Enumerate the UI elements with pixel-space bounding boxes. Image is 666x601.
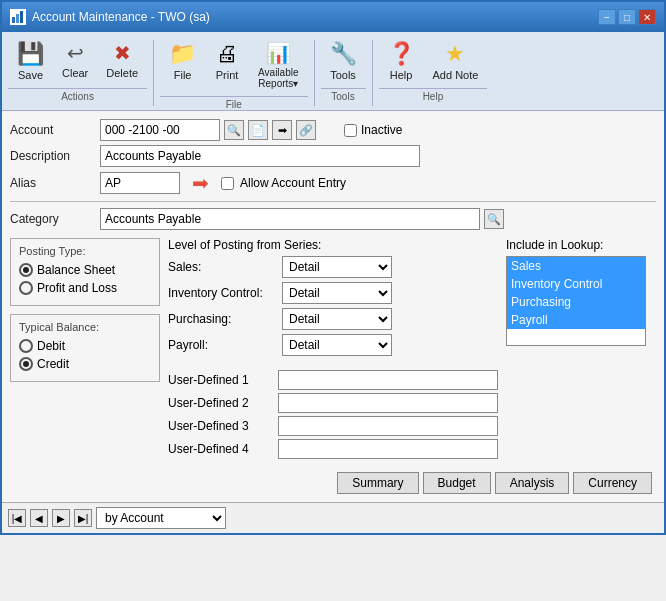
ud2-input[interactable] [278,393,498,413]
ud1-label: User-Defined 1 [168,373,278,387]
purchasing-posting-label: Purchasing: [168,312,278,326]
balance-sheet-radio[interactable] [19,263,33,277]
ud-row-4: User-Defined 4 [168,439,498,459]
lookup-list[interactable]: Sales Inventory Control Purchasing Payro… [506,256,646,346]
first-button[interactable]: |◀ [8,509,26,527]
credit-radio[interactable] [19,357,33,371]
credit-option[interactable]: Credit [19,357,151,371]
description-label: Description [10,149,100,163]
description-input[interactable] [100,145,420,167]
alias-row: Alias ➡ Allow Account Entry [10,171,656,195]
add-note-button[interactable]: ★ Add Note [424,36,488,86]
posting-type-group: Posting Type: Balance Sheet Profit and L… [10,238,160,306]
forward-button[interactable]: ➡ [272,120,292,140]
profit-loss-option[interactable]: Profit and Loss [19,281,151,295]
credit-label: Credit [37,357,69,371]
profit-loss-label: Profit and Loss [37,281,117,295]
clear-label: Clear [62,67,88,79]
note-label: Add Note [433,69,479,81]
inactive-checkbox[interactable] [344,124,357,137]
include-in-lookup-section: Include in Lookup: Sales Inventory Contr… [506,238,656,462]
lookup-item-payroll[interactable]: Payroll [507,311,645,329]
category-input[interactable] [100,208,480,230]
reports-label: AvailableReports▾ [258,67,298,89]
save-label: Save [18,69,43,81]
last-button[interactable]: ▶| [74,509,92,527]
svg-rect-1 [16,14,19,23]
tools-section: 🔧 Tools Tools [321,36,366,102]
account-row: Account 🔍 📄 ➡ 🔗 Inactive [10,119,656,141]
lookup-item-purchasing[interactable]: Purchasing [507,293,645,311]
category-search-button[interactable]: 🔍 [484,209,504,229]
debit-option[interactable]: Debit [19,339,151,353]
help-button[interactable]: ❓ Help [379,36,424,86]
minimize-button[interactable]: − [598,9,616,25]
profit-loss-radio[interactable] [19,281,33,295]
purchasing-posting-select[interactable]: DetailSummaryNone [282,308,392,330]
print-icon: 🖨 [216,41,238,67]
save-button[interactable]: 💾 Save [8,36,53,86]
print-label: Print [216,69,239,81]
level-of-posting-label: Level of Posting from Series: [168,238,498,252]
clear-icon: ↩ [67,41,84,65]
help-label: Help [390,69,413,81]
account-label: Account [10,123,100,137]
category-row: Category 🔍 [10,208,656,230]
restore-button[interactable]: □ [618,9,636,25]
search-button[interactable]: 🔍 [224,120,244,140]
ud2-label: User-Defined 2 [168,396,278,410]
inventory-posting-label: Inventory Control: [168,286,278,300]
next-button[interactable]: ▶ [52,509,70,527]
help-icon: ❓ [388,41,415,67]
sort-select[interactable]: by Account by Description by Category [96,507,226,529]
svg-rect-0 [12,17,15,23]
debit-label: Debit [37,339,65,353]
window: Account Maintenance - TWO (sa) − □ ✕ 💾 S… [0,0,666,535]
analysis-button[interactable]: Analysis [495,472,570,494]
ud1-input[interactable] [278,370,498,390]
posting-grid: Sales: DetailSummaryNone Inventory Contr… [168,256,498,356]
tools-button[interactable]: 🔧 Tools [321,36,366,86]
close-button[interactable]: ✕ [638,9,656,25]
currency-button[interactable]: Currency [573,472,652,494]
inventory-posting-select[interactable]: DetailSummaryNone [282,282,392,304]
balance-sheet-label: Balance Sheet [37,263,115,277]
delete-label: Delete [106,67,138,79]
print-button[interactable]: 🖨 Print [205,36,249,86]
app-icon [10,9,26,25]
ud-row-2: User-Defined 2 [168,393,498,413]
prev-button[interactable]: ◀ [30,509,48,527]
link-button[interactable]: 🔗 [296,120,316,140]
debit-radio[interactable] [19,339,33,353]
clear-button[interactable]: ↩ Clear [53,36,97,84]
payroll-posting-select[interactable]: DetailSummaryNone [282,334,392,356]
alias-label: Alias [10,176,100,190]
svg-rect-2 [20,11,23,23]
arrow-icon: ➡ [192,171,209,195]
budget-button[interactable]: Budget [423,472,491,494]
file-icon: 📁 [169,41,196,67]
note-icon: ★ [445,41,465,67]
delete-button[interactable]: ✖ Delete [97,36,147,84]
balance-sheet-option[interactable]: Balance Sheet [19,263,151,277]
lookup-item-sales[interactable]: Sales [507,257,645,275]
account-input[interactable] [100,119,220,141]
help-section: ❓ Help ★ Add Note Help [379,36,488,102]
category-label: Category [10,212,100,226]
ud3-input[interactable] [278,416,498,436]
summary-button[interactable]: Summary [337,472,418,494]
sales-posting-label: Sales: [168,260,278,274]
open-button[interactable]: 📄 [248,120,268,140]
tools-icon: 🔧 [330,41,357,67]
bottom-buttons: Summary Budget Analysis Currency [10,472,656,494]
ud4-label: User-Defined 4 [168,442,278,456]
main-content: Account 🔍 📄 ➡ 🔗 Inactive Description Ali… [2,111,664,502]
available-reports-button[interactable]: 📊 AvailableReports▾ [249,36,307,94]
file-button[interactable]: 📁 File [160,36,205,86]
inactive-label: Inactive [361,123,402,137]
ud4-input[interactable] [278,439,498,459]
lookup-item-inventory[interactable]: Inventory Control [507,275,645,293]
sales-posting-select[interactable]: DetailSummaryNone [282,256,392,278]
allow-account-entry-checkbox[interactable] [221,177,234,190]
alias-input[interactable] [100,172,180,194]
